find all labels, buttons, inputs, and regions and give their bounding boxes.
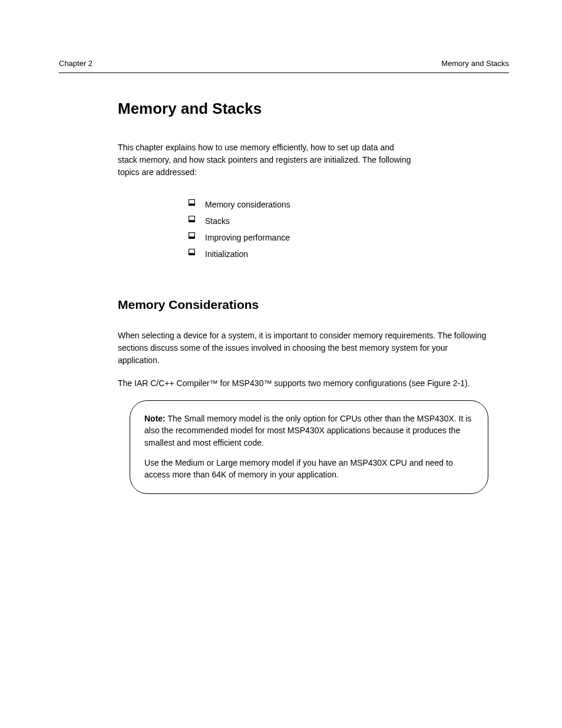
intro-paragraph: This chapter explains how to use memory …	[118, 141, 491, 179]
checkbox-icon	[189, 249, 195, 255]
content-area: Memory and Stacks This chapter explains …	[118, 100, 491, 494]
list-item-label: Stacks	[205, 216, 230, 226]
list-item: Stacks	[189, 213, 491, 229]
checkbox-icon	[189, 216, 195, 222]
note-text: The Small memory model is the only optio…	[144, 414, 471, 447]
header-rule	[59, 73, 509, 73]
page: Chapter 2 Memory and Stacks Memory and S…	[0, 0, 562, 494]
list-item-label: Improving performance	[205, 233, 290, 242]
intro-line: stack memory, and how stack pointers and…	[118, 155, 411, 164]
section-heading: Memory Considerations	[118, 298, 491, 312]
svg-rect-7	[189, 253, 195, 255]
note-label: Note:	[144, 414, 166, 423]
checkbox-icon	[189, 232, 195, 239]
note-paragraph: Use the Medium or Large memory model if …	[144, 457, 474, 481]
section-paragraph: When selecting a device for a system, it…	[118, 330, 491, 367]
note-box: Note: The Small memory model is the only…	[130, 400, 488, 494]
list-item-label: Memory considerations	[205, 200, 290, 209]
list-item: Improving performance	[189, 229, 491, 246]
section-paragraph: The IAR C/C++ Compiler™ for MSP430™ supp…	[118, 377, 491, 390]
header-chapter-label: Chapter 2	[59, 59, 92, 68]
list-item-label: Initialization	[205, 249, 248, 259]
note-paragraph: Note: The Small memory model is the only…	[144, 413, 474, 449]
svg-rect-1	[189, 203, 195, 205]
list-item: Initialization	[189, 246, 491, 262]
page-header: Chapter 2 Memory and Stacks	[59, 59, 509, 68]
header-chapter-subject: Memory and Stacks	[441, 59, 509, 68]
checkbox-icon	[189, 199, 195, 206]
list-item: Memory considerations	[189, 196, 491, 213]
intro-line: topics are addressed:	[118, 167, 197, 177]
svg-rect-5	[189, 236, 195, 238]
chapter-title: Memory and Stacks	[118, 100, 491, 118]
topics-list: Memory considerations Stacks Improving p…	[189, 196, 491, 262]
svg-rect-3	[189, 220, 195, 222]
intro-line: This chapter explains how to use memory …	[118, 143, 394, 152]
